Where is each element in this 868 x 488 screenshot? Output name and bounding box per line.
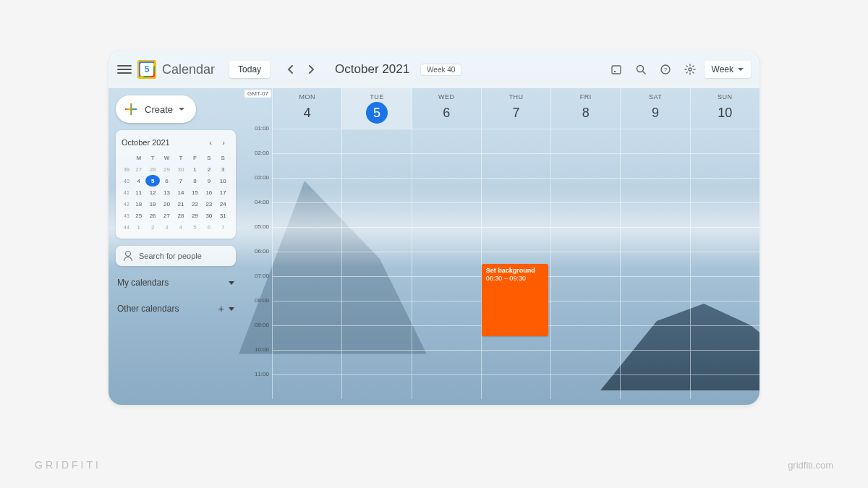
grid-cell[interactable] bbox=[690, 129, 760, 153]
other-calendars-toggle[interactable]: Other calendars + bbox=[116, 299, 236, 318]
mini-calendar-day[interactable]: 9 bbox=[202, 175, 216, 187]
grid-cell[interactable] bbox=[550, 374, 620, 399]
grid-cell[interactable] bbox=[341, 276, 411, 301]
grid-cell[interactable] bbox=[690, 325, 760, 350]
next-week-button[interactable] bbox=[302, 59, 322, 80]
mini-calendar-day[interactable]: 1 bbox=[132, 221, 145, 233]
mini-calendar-day[interactable]: 20 bbox=[160, 198, 174, 210]
view-dropdown[interactable]: Week bbox=[705, 61, 751, 78]
grid-cell[interactable] bbox=[690, 350, 760, 374]
grid-cell[interactable] bbox=[341, 153, 411, 178]
grid-cell[interactable] bbox=[412, 301, 481, 325]
grid-cell[interactable] bbox=[412, 374, 481, 399]
mini-calendar-day[interactable]: 29 bbox=[160, 163, 174, 175]
day-header[interactable]: SUN10 bbox=[690, 88, 760, 129]
grid-cell[interactable] bbox=[412, 178, 481, 202]
grid-cell[interactable] bbox=[412, 350, 481, 374]
create-button[interactable]: Create bbox=[116, 95, 196, 123]
mini-calendar-day[interactable]: 25 bbox=[132, 210, 145, 221]
mini-calendar-day[interactable]: 19 bbox=[145, 198, 159, 210]
mini-calendar-day[interactable]: 7 bbox=[174, 175, 187, 187]
grid-cell[interactable] bbox=[550, 350, 620, 374]
grid-cell[interactable] bbox=[550, 301, 620, 325]
grid-cell[interactable] bbox=[620, 227, 689, 252]
mini-calendar-day[interactable]: 3 bbox=[216, 163, 230, 175]
mini-calendar-day[interactable]: 10 bbox=[216, 175, 230, 187]
grid-cell[interactable] bbox=[620, 202, 689, 227]
day-header[interactable]: THU7 bbox=[481, 88, 550, 129]
grid-cell[interactable] bbox=[550, 227, 620, 252]
mini-calendar-prev[interactable]: ‹ bbox=[204, 136, 217, 149]
grid-cell[interactable] bbox=[550, 129, 620, 153]
mini-calendar-day[interactable]: 16 bbox=[202, 187, 216, 198]
mini-calendar-day[interactable]: 2 bbox=[145, 221, 159, 233]
grid-cell[interactable] bbox=[481, 350, 550, 374]
day-header[interactable]: SAT9 bbox=[620, 88, 689, 129]
mini-calendar-day[interactable]: 5 bbox=[145, 175, 159, 187]
calendar-event[interactable]: Set background06:30 – 09:30 bbox=[482, 264, 548, 336]
day-header[interactable]: MON4 bbox=[272, 88, 341, 129]
search-button[interactable] bbox=[631, 59, 651, 80]
grid-cell[interactable] bbox=[272, 227, 341, 252]
grid-cell[interactable] bbox=[341, 252, 411, 276]
grid-cell[interactable] bbox=[272, 153, 341, 178]
grid-cell[interactable] bbox=[341, 178, 411, 202]
settings-button[interactable] bbox=[680, 59, 700, 80]
grid-cell[interactable] bbox=[620, 325, 689, 350]
mini-calendar-day[interactable]: 18 bbox=[132, 198, 145, 210]
grid-cell[interactable] bbox=[272, 252, 341, 276]
help-button[interactable]: ? bbox=[655, 59, 676, 80]
grid-cell[interactable] bbox=[690, 178, 760, 202]
grid-cell[interactable] bbox=[620, 350, 689, 374]
mini-calendar-day[interactable]: 1 bbox=[188, 163, 202, 175]
mini-calendar-day[interactable]: 15 bbox=[188, 187, 202, 198]
search-people-input[interactable]: Search for people bbox=[116, 246, 236, 266]
grid-cell[interactable] bbox=[272, 350, 341, 374]
grid-cell[interactable] bbox=[341, 202, 411, 227]
grid-cell[interactable] bbox=[550, 202, 620, 227]
grid-cell[interactable] bbox=[272, 301, 341, 325]
mini-calendar-day[interactable]: 28 bbox=[145, 163, 159, 175]
grid-cell[interactable] bbox=[481, 178, 550, 202]
grid-cell[interactable] bbox=[412, 227, 481, 252]
grid-cell[interactable] bbox=[412, 252, 481, 276]
grid-cell[interactable] bbox=[550, 153, 620, 178]
mini-calendar-day[interactable]: 24 bbox=[216, 198, 230, 210]
grid-cell[interactable] bbox=[412, 202, 481, 227]
mini-calendar-day[interactable]: 17 bbox=[216, 187, 230, 198]
grid-cell[interactable] bbox=[412, 153, 481, 178]
mini-calendar-day[interactable]: 7 bbox=[216, 221, 230, 233]
grid-cell[interactable] bbox=[481, 153, 550, 178]
time-grid[interactable]: 01:0002:0003:0004:0005:0006:0007:0008:00… bbox=[243, 129, 760, 399]
grid-cell[interactable] bbox=[550, 325, 620, 350]
grid-cell[interactable] bbox=[272, 178, 341, 202]
grid-cell[interactable] bbox=[272, 129, 341, 153]
grid-cell[interactable] bbox=[341, 227, 411, 252]
mini-calendar-day[interactable]: 6 bbox=[160, 175, 174, 187]
grid-cell[interactable] bbox=[481, 202, 550, 227]
mini-calendar-day[interactable]: 14 bbox=[174, 187, 187, 198]
mini-calendar-day[interactable]: 21 bbox=[174, 198, 187, 210]
mini-calendar-next[interactable]: › bbox=[217, 136, 230, 149]
day-header[interactable]: WED6 bbox=[412, 88, 481, 129]
grid-cell[interactable] bbox=[481, 227, 550, 252]
grid-cell[interactable] bbox=[550, 178, 620, 202]
grid-cell[interactable] bbox=[620, 374, 689, 399]
mini-calendar-day[interactable]: 4 bbox=[174, 221, 187, 233]
grid-cell[interactable] bbox=[620, 276, 689, 301]
day-header[interactable]: FRI8 bbox=[550, 88, 620, 129]
mini-calendar-day[interactable]: 30 bbox=[202, 210, 216, 221]
grid-cell[interactable] bbox=[481, 129, 550, 153]
grid-cell[interactable] bbox=[690, 202, 760, 227]
grid-cell[interactable] bbox=[690, 374, 760, 399]
mini-calendar-day[interactable]: 27 bbox=[160, 210, 174, 221]
my-calendars-toggle[interactable]: My calendars bbox=[116, 273, 236, 292]
menu-icon[interactable] bbox=[117, 65, 132, 74]
grid-cell[interactable] bbox=[690, 276, 760, 301]
prev-week-button[interactable] bbox=[280, 59, 300, 80]
mini-calendar-day[interactable]: 31 bbox=[216, 210, 230, 221]
grid-cell[interactable] bbox=[341, 374, 411, 399]
grid-cell[interactable] bbox=[412, 325, 481, 350]
calendar-widget-button[interactable] bbox=[606, 59, 626, 80]
grid-cell[interactable] bbox=[620, 153, 689, 178]
